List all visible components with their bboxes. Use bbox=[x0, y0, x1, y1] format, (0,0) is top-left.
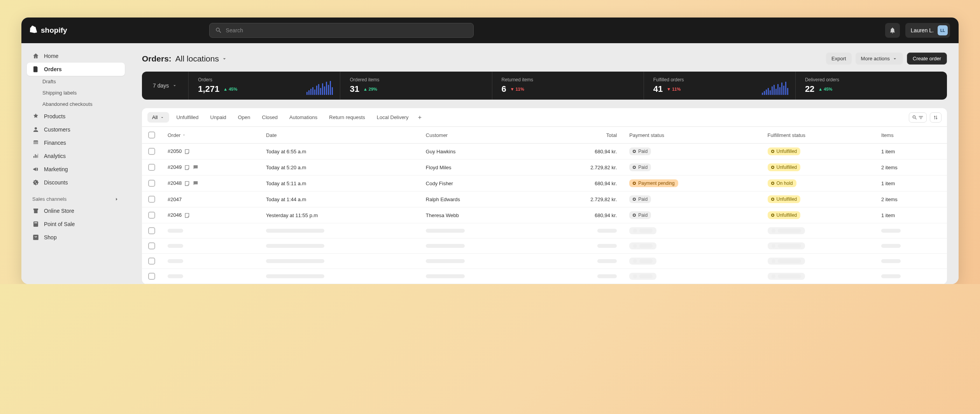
avatar: LL bbox=[938, 25, 948, 35]
cell-customer: Ralph Edwards bbox=[420, 191, 536, 207]
table-row[interactable]: #2048 Today at 5:11 a.m Cody Fisher 680,… bbox=[142, 175, 947, 191]
stat-returned-items[interactable]: Returned items6▼ 11% bbox=[492, 72, 644, 100]
table-tabs: AllUnfulfilledUnpaidOpenClosedAutomation… bbox=[142, 108, 947, 127]
column-date[interactable]: Date bbox=[260, 127, 420, 144]
fulfillment-badge: Unfulfilled bbox=[768, 163, 801, 171]
search-filter-button[interactable] bbox=[909, 112, 927, 123]
user-menu[interactable]: Lauren L. LL bbox=[905, 23, 950, 38]
stat-orders[interactable]: Orders1,271▲ 45% bbox=[189, 72, 340, 100]
tab-local-delivery[interactable]: Local Delivery bbox=[372, 112, 413, 123]
sidebar-item-customers[interactable]: Customers bbox=[27, 123, 125, 136]
column-items[interactable]: Items bbox=[875, 127, 947, 144]
table-row[interactable]: #2050 Today at 6:55 a.m Guy Hawkins 680,… bbox=[142, 144, 947, 160]
cell-total: 680,94 kr. bbox=[536, 175, 623, 191]
sidebar-item-products[interactable]: Products bbox=[27, 110, 125, 123]
cell-payment: Payment pending bbox=[623, 175, 761, 191]
stat-fulfilled-orders[interactable]: Fulfilled orders41▼ 11% bbox=[644, 72, 796, 100]
table-row-loading bbox=[142, 269, 947, 284]
column-customer[interactable]: Customer bbox=[420, 127, 536, 144]
store-icon bbox=[32, 207, 39, 214]
table-row[interactable]: #2047 Today at 1:44 a.m Ralph Edwards 2.… bbox=[142, 191, 947, 207]
row-checkbox[interactable] bbox=[148, 180, 155, 187]
cell-order: #2048 bbox=[161, 175, 260, 191]
stat-value: 22 bbox=[805, 84, 814, 94]
stat-delta: ▲ 45% bbox=[223, 87, 237, 91]
sidebar-item-marketing[interactable]: Marketing bbox=[27, 163, 125, 176]
cell-fulfillment: Unfulfilled bbox=[761, 191, 875, 207]
tab-unpaid[interactable]: Unpaid bbox=[206, 112, 231, 123]
cell-fulfillment: On hold bbox=[761, 175, 875, 191]
date-range-selector[interactable]: 7 days bbox=[142, 72, 189, 100]
finances-icon bbox=[32, 139, 39, 146]
sort-button[interactable] bbox=[930, 112, 942, 123]
table-row[interactable]: #2046 Yesterday at 11:55 p.m Theresa Web… bbox=[142, 207, 947, 223]
stat-delivered-orders[interactable]: Delivered orders22▲ 45% bbox=[796, 72, 947, 100]
column-total[interactable]: Total bbox=[536, 127, 623, 144]
notifications-button[interactable] bbox=[885, 23, 900, 38]
chevron-right-icon[interactable] bbox=[114, 196, 119, 202]
cell-total: 680,94 kr. bbox=[536, 144, 623, 160]
cell-fulfillment: Unfulfilled bbox=[761, 144, 875, 160]
stat-ordered-items[interactable]: Ordered items31▲ 29% bbox=[340, 72, 492, 100]
sidebar-sub-drafts[interactable]: Drafts bbox=[27, 76, 125, 87]
channel-item-online-store[interactable]: Online Store bbox=[27, 204, 125, 218]
sidebar-sub-abandoned-checkouts[interactable]: Abandoned checkouts bbox=[27, 98, 125, 110]
cell-date: Today at 6:55 a.m bbox=[260, 144, 420, 160]
orders-table: Order DateCustomerTotalPayment statusFul… bbox=[142, 127, 947, 284]
create-order-button[interactable]: Create order bbox=[907, 53, 947, 65]
fulfillment-badge: Unfulfilled bbox=[768, 195, 801, 203]
cell-date: Today at 5:20 a.m bbox=[260, 160, 420, 175]
sidebar-sub-shipping-labels[interactable]: Shipping labels bbox=[27, 87, 125, 98]
fulfillment-badge: Unfulfilled bbox=[768, 211, 801, 219]
select-all-checkbox[interactable] bbox=[148, 132, 155, 139]
row-checkbox[interactable] bbox=[148, 196, 155, 203]
tab-automations[interactable]: Automations bbox=[285, 112, 322, 123]
table-row-loading bbox=[142, 254, 947, 269]
row-checkbox[interactable] bbox=[148, 148, 155, 155]
search-input[interactable]: Search bbox=[209, 23, 474, 38]
tab-return-requests[interactable]: Return requests bbox=[324, 112, 370, 123]
channel-item-point-of-sale[interactable]: Point of Sale bbox=[27, 218, 125, 231]
column-order[interactable]: Order bbox=[161, 127, 260, 144]
sidebar-item-finances[interactable]: Finances bbox=[27, 136, 125, 149]
stat-label: Ordered items bbox=[350, 77, 482, 82]
table-row[interactable]: #2049 Today at 5:20 a.m Floyd Miles 2.72… bbox=[142, 160, 947, 175]
tab-all[interactable]: All bbox=[147, 112, 169, 123]
sidebar-item-label: Marketing bbox=[44, 166, 68, 172]
row-checkbox[interactable] bbox=[148, 273, 155, 280]
cell-items: 2 items bbox=[875, 191, 947, 207]
tab-open[interactable]: Open bbox=[233, 112, 255, 123]
sidebar-item-home[interactable]: Home bbox=[27, 49, 125, 63]
column-fulfillment-status[interactable]: Fulfillment status bbox=[761, 127, 875, 144]
sidebar-item-orders[interactable]: Orders bbox=[27, 63, 125, 76]
location-dropdown[interactable]: All locations bbox=[175, 54, 228, 63]
discounts-icon bbox=[32, 179, 39, 186]
column-payment-status[interactable]: Payment status bbox=[623, 127, 761, 144]
add-tab-button[interactable]: + bbox=[415, 113, 424, 122]
brand-logo[interactable]: shopify bbox=[30, 26, 67, 35]
table-row-loading bbox=[142, 223, 947, 239]
tab-closed[interactable]: Closed bbox=[257, 112, 282, 123]
cell-order: #2047 bbox=[161, 191, 260, 207]
tab-unfulfilled[interactable]: Unfulfilled bbox=[172, 112, 203, 123]
cell-customer: Guy Hawkins bbox=[420, 144, 536, 160]
more-actions-button[interactable]: More actions bbox=[856, 53, 903, 65]
search-icon bbox=[912, 115, 917, 120]
cell-payment: Paid bbox=[623, 207, 761, 223]
row-checkbox[interactable] bbox=[148, 227, 155, 234]
cell-date: Today at 5:11 a.m bbox=[260, 175, 420, 191]
row-checkbox[interactable] bbox=[148, 164, 155, 171]
row-checkbox[interactable] bbox=[148, 242, 155, 249]
cell-total: 2.729,82 kr. bbox=[536, 191, 623, 207]
row-checkbox[interactable] bbox=[148, 258, 155, 265]
orders-table-card: AllUnfulfilledUnpaidOpenClosedAutomation… bbox=[142, 108, 947, 284]
cell-items: 1 item bbox=[875, 144, 947, 160]
export-button[interactable]: Export bbox=[826, 53, 852, 65]
sidebar-item-label: Home bbox=[44, 53, 58, 59]
channel-item-shop[interactable]: Shop bbox=[27, 231, 125, 244]
fulfillment-badge: Unfulfilled bbox=[768, 147, 801, 155]
sidebar-item-analytics[interactable]: Analytics bbox=[27, 149, 125, 163]
sidebar-item-discounts[interactable]: Discounts bbox=[27, 176, 125, 189]
row-checkbox[interactable] bbox=[148, 212, 155, 219]
stat-value: 1,271 bbox=[198, 84, 219, 94]
